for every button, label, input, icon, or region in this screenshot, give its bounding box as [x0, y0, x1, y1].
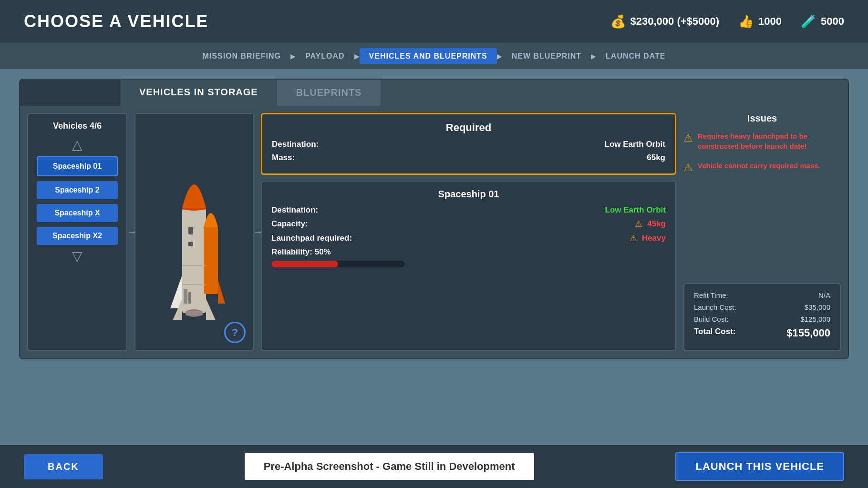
vehicles-count: Vehicles 4/6 [53, 121, 102, 131]
vehicle-btn-spaceshipx[interactable]: Spaceship X [37, 204, 118, 222]
reliability-label: Reliability: 50% [271, 247, 331, 257]
reliability-bar-container [271, 261, 666, 267]
required-panel: Required Destination: Low Earth Orbit Ma… [261, 113, 676, 175]
dev-notice: Pre-Alpha Screenshot - Game Still in Dev… [245, 453, 534, 480]
svg-rect-7 [188, 292, 191, 304]
capacity-row: Capacity: ⚠ 45kg [271, 219, 666, 229]
vehicle-btn-spaceship01[interactable]: Spaceship 01 [37, 156, 118, 176]
rocket-preview-panel: → [134, 113, 254, 351]
info-panels: Required Destination: Low Earth Orbit Ma… [261, 113, 676, 351]
content-area: Vehicles 4/6 △ Spaceship 01 Spaceship 2 … [20, 106, 848, 358]
launchpad-value: Heavy [642, 234, 666, 243]
reliability-fill [271, 261, 338, 267]
destination-label: Destination: [272, 140, 319, 149]
money-stat: 💰 $230,000 (+$5000) [610, 14, 720, 29]
launchpad-warning-icon: ⚠ [630, 233, 637, 244]
svg-rect-3 [204, 227, 218, 294]
research-icon: 🧪 [801, 14, 816, 29]
main-panel: VEHICLES IN STORAGE BLUEPRINTS Vehicles … [19, 79, 849, 359]
research-stat: 🧪 5000 [801, 14, 844, 29]
required-title: Required [272, 122, 665, 134]
vehicle-info-panel: Spaceship 01 Destination: Low Earth Orbi… [261, 181, 676, 351]
back-button[interactable]: BACK [24, 454, 103, 479]
page-title: CHOOSE A VEHICLE [24, 11, 208, 31]
vehicle-btn-spaceshipx2[interactable]: Spaceship X2 [37, 227, 118, 245]
destination-row: Destination: Low Earth Orbit [272, 140, 665, 149]
veh-destination-value: Low Earth Orbit [605, 205, 666, 215]
svg-rect-10 [188, 227, 193, 234]
nav-vehicles-blueprints[interactable]: VEHICLES AND BLUEPRINTS [360, 48, 497, 64]
refit-cost-row: Refit Time: N/A [694, 291, 830, 299]
launch-cost-value: $35,000 [805, 303, 830, 311]
issue-text-1: Requires heavy launchpad to be construct… [698, 131, 841, 151]
reliability-row: Reliability: 50% [271, 247, 666, 257]
launch-vehicle-button[interactable]: LAUNCH THIS VEHICLE [675, 452, 844, 481]
issue-item-1: ⚠ Requires heavy launchpad to be constru… [683, 126, 841, 156]
nav-arrow-2: ▶ [354, 52, 360, 60]
refit-label: Refit Time: [694, 291, 728, 299]
svg-rect-9 [186, 311, 203, 315]
nav-mission-briefing[interactable]: MISSION BRIEFING [193, 52, 290, 61]
research-value: 5000 [821, 15, 844, 28]
svg-rect-11 [188, 242, 193, 246]
issues-section: Issues ⚠ Requires heavy launchpad to be … [683, 113, 841, 179]
build-cost-label: Build Cost: [694, 315, 729, 323]
nav-arrow-1: ▶ [290, 52, 296, 60]
list-to-rocket-arrow: → [127, 226, 137, 238]
tab-spacer [20, 80, 120, 106]
header-stats: 💰 $230,000 (+$5000) 👍 1000 🧪 5000 [610, 14, 844, 29]
launchpad-row: Launchpad required: ⚠ Heavy [271, 233, 666, 244]
vehicle-list-panel: Vehicles 4/6 △ Spaceship 01 Spaceship 2 … [27, 113, 127, 351]
total-cost-value: $155,000 [786, 327, 830, 339]
mass-label: Mass: [272, 153, 295, 163]
header: CHOOSE A VEHICLE 💰 $230,000 (+$5000) 👍 1… [0, 0, 868, 43]
money-value: $230,000 (+$5000) [630, 15, 720, 28]
tab-blueprints[interactable]: BLUEPRINTS [277, 80, 381, 106]
rocket-image [146, 132, 242, 332]
issues-title: Issues [683, 113, 841, 124]
nav-new-blueprint[interactable]: NEW BLUEPRINT [502, 52, 591, 61]
reputation-icon: 👍 [738, 14, 754, 29]
nav-payload[interactable]: PAYLOAD [296, 52, 354, 61]
launch-cost-label: Launch Cost: [694, 303, 736, 311]
issue-warning-icon-2: ⚠ [683, 162, 693, 174]
nav-bar: MISSION BRIEFING ▶ PAYLOAD ▶ VEHICLES AN… [0, 43, 868, 69]
vehicle-info-title: Spaceship 01 [271, 189, 666, 200]
scroll-up-button[interactable]: △ [72, 138, 83, 152]
rocket-to-info-arrow: → [253, 226, 263, 238]
build-cost-row: Build Cost: $125,000 [694, 315, 830, 323]
nav-arrow-3: ▶ [497, 52, 502, 60]
build-cost-value: $125,000 [800, 315, 830, 323]
reputation-stat: 👍 1000 [738, 14, 782, 29]
main-content: VEHICLES IN STORAGE BLUEPRINTS Vehicles … [0, 69, 868, 369]
refit-value: N/A [818, 291, 830, 299]
tab-vehicles[interactable]: VEHICLES IN STORAGE [120, 80, 277, 106]
scroll-down-button[interactable]: ▽ [72, 250, 83, 263]
money-icon: 💰 [610, 14, 626, 29]
issue-warning-icon-1: ⚠ [683, 132, 693, 144]
tabs-row: VEHICLES IN STORAGE BLUEPRINTS [20, 80, 848, 106]
launch-cost-row: Launch Cost: $35,000 [694, 303, 830, 311]
vehicle-btn-spaceship2[interactable]: Spaceship 2 [37, 181, 118, 199]
veh-destination-row: Destination: Low Earth Orbit [271, 205, 666, 215]
cost-panel: Refit Time: N/A Launch Cost: $35,000 Bui… [683, 283, 841, 351]
total-cost-label: Total Cost: [694, 327, 736, 339]
bottom-bar: BACK Pre-Alpha Screenshot - Game Still i… [0, 445, 868, 488]
svg-rect-6 [184, 289, 187, 304]
destination-value: Low Earth Orbit [605, 140, 666, 149]
issue-text-2: Vehicle cannot carry required mass. [698, 161, 820, 171]
mass-row: Mass: 65kg [272, 153, 665, 163]
issue-item-2: ⚠ Vehicle cannot carry required mass. [683, 156, 841, 179]
capacity-value: 45kg [647, 219, 666, 229]
nav-launch-date[interactable]: LAUNCH DATE [596, 52, 675, 61]
total-cost-row: Total Cost: $155,000 [694, 327, 830, 339]
capacity-value-group: ⚠ 45kg [635, 219, 666, 229]
launchpad-value-group: ⚠ Heavy [630, 233, 666, 244]
info-button[interactable]: ? [224, 322, 246, 343]
veh-destination-label: Destination: [271, 205, 318, 215]
nav-arrow-4: ▶ [591, 52, 596, 60]
reliability-bar [271, 261, 405, 267]
issues-costs-panel: Issues ⚠ Requires heavy launchpad to be … [683, 113, 841, 351]
reputation-value: 1000 [758, 15, 782, 28]
capacity-warning-icon: ⚠ [635, 219, 642, 229]
